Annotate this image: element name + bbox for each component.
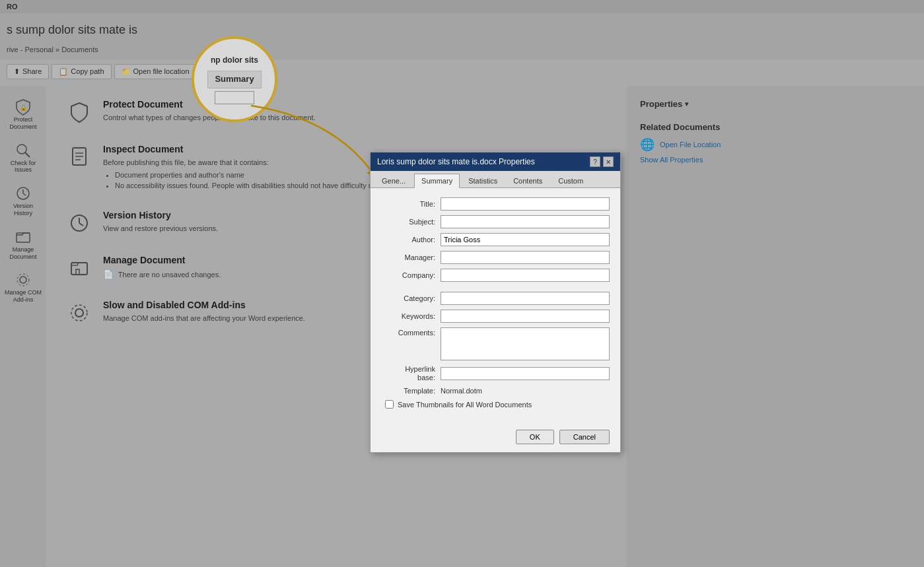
field-manager: Manager: [381,251,610,264]
dialog-tab-contents[interactable]: Contents [506,174,550,187]
dialog-help-button[interactable]: ? [590,156,600,167]
keywords-label: Keywords: [381,312,441,320]
field-title: Title: [381,197,610,211]
dialog-tab-summary[interactable]: Summary [414,174,460,188]
subject-input[interactable] [441,215,610,228]
ok-button[interactable]: OK [516,430,554,444]
thumbnails-checkbox[interactable] [385,400,394,409]
field-category: Category: [381,292,610,305]
field-hyperlink: Hyperlinkbase: [381,365,610,382]
dialog-titlebar: Loris sump dolor sits mate is.docx Prope… [371,152,620,171]
comments-textarea[interactable] [441,327,610,360]
template-label: Template: [381,387,441,395]
manager-label: Manager: [381,253,441,261]
manager-input[interactable] [441,251,610,264]
thumbnails-label: Save Thumbnails for All Word Documents [398,401,532,409]
company-input[interactable] [441,269,610,282]
dialog-title: Loris sump dolor sits mate is.docx Prope… [377,157,590,166]
dialog-body: Title: Subject: Author: Manager: Company… [371,188,620,424]
author-label: Author: [381,236,441,244]
author-input[interactable] [441,233,610,246]
hyperlink-label: Hyperlinkbase: [381,365,441,382]
template-value: Normal.dotm [441,387,482,395]
dialog-tab-general[interactable]: Gene... [374,174,413,187]
company-label: Company: [381,271,441,279]
dialog-tabs: Gene... Summary Statistics Contents Cust… [371,171,620,188]
comments-label: Comments: [381,329,441,337]
field-subject: Subject: [381,215,610,228]
field-company: Company: [381,269,610,282]
hyperlink-input[interactable] [441,367,610,380]
field-comments: Comments: [381,327,610,360]
field-keywords: Keywords: [381,310,610,323]
field-author: Author: [381,233,610,246]
dialog-titlebar-buttons: ? ✕ [590,156,614,167]
dialog-tab-statistics[interactable]: Statistics [461,174,505,187]
checkbox-row: Save Thumbnails for All Word Documents [381,400,610,409]
keywords-input[interactable] [441,310,610,323]
title-input[interactable] [441,197,610,211]
cancel-button[interactable]: Cancel [559,430,610,444]
title-label: Title: [381,200,441,208]
category-input[interactable] [441,292,610,305]
subject-label: Subject: [381,218,441,226]
dialog-footer: OK Cancel [371,424,620,452]
dialog-tab-custom[interactable]: Custom [551,174,590,187]
template-row: Template: Normal.dotm [381,387,610,395]
category-label: Category: [381,294,441,302]
dialog-close-button[interactable]: ✕ [603,156,614,167]
properties-dialog: Loris sump dolor sits mate is.docx Prope… [370,152,621,453]
